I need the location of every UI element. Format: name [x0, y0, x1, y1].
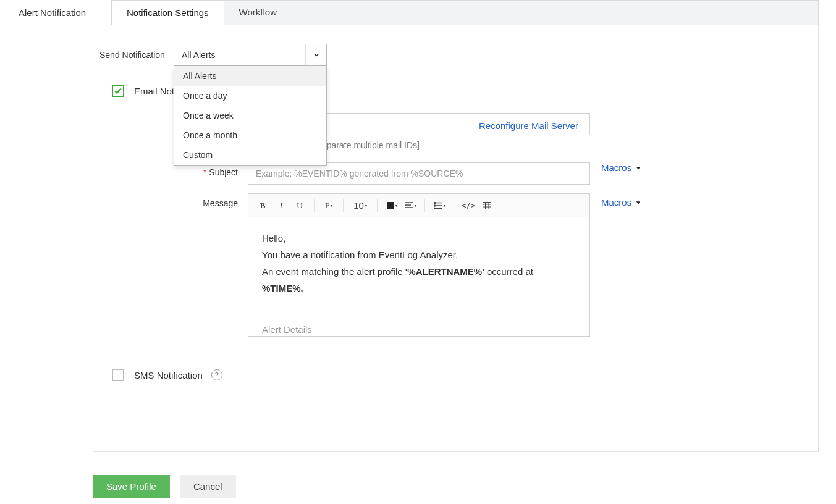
dropdown-option[interactable]: Once a day — [174, 86, 326, 106]
settings-panel: Send Notification All Alerts All Alerts … — [93, 25, 819, 452]
message-line1: You have a notification from EventLog An… — [262, 246, 576, 263]
list-icon[interactable]: ▾ — [431, 198, 447, 214]
message-macros-button[interactable]: Macros — [601, 197, 641, 208]
page-title: Alert Notification — [19, 7, 86, 18]
font-size-picker[interactable]: 10▾ — [350, 198, 371, 214]
subject-macros-button[interactable]: Macros — [601, 162, 641, 173]
message-label: Message — [112, 193, 248, 208]
code-icon[interactable]: </> — [460, 198, 476, 214]
subject-input[interactable] — [248, 162, 590, 185]
help-icon[interactable]: ? — [211, 369, 222, 380]
sms-notification-row: SMS Notification ? — [112, 369, 800, 381]
dropdown-option[interactable]: Once a week — [174, 106, 326, 125]
dropdown-option[interactable]: Once a month — [174, 125, 326, 145]
sms-notification-label: SMS Notification — [134, 370, 203, 380]
message-line3: %TIME%. — [262, 280, 576, 296]
separator — [377, 199, 378, 212]
send-notification-value: All Alerts — [182, 50, 215, 60]
tab-strip: Notification Settings Workflow — [111, 0, 819, 25]
underline-icon[interactable]: U — [292, 198, 308, 214]
message-cutoff: Alert Details — [262, 321, 576, 336]
chevron-down-icon[interactable] — [305, 44, 326, 65]
dropdown-option[interactable]: Custom — [174, 145, 326, 165]
bold-icon[interactable]: B — [255, 198, 271, 214]
message-body[interactable]: Hello, You have a notification from Even… — [248, 217, 589, 336]
message-line2: An event matching the alert profile '%AL… — [262, 263, 576, 280]
message-editor: B I U F▾ 10▾ ▾ ▾ ▾ — [248, 193, 590, 337]
send-notification-select[interactable]: All Alerts All Alerts Once a day Once a … — [174, 44, 327, 66]
send-notification-dropdown: All Alerts Once a day Once a week Once a… — [174, 66, 327, 166]
font-family-icon[interactable]: F▾ — [321, 198, 337, 214]
svg-marker-15 — [636, 201, 641, 204]
sms-notification-checkbox[interactable] — [112, 369, 124, 381]
separator — [454, 199, 454, 212]
align-icon[interactable]: ▾ — [402, 198, 418, 214]
svg-marker-0 — [636, 167, 641, 169]
to-hint: [Use comma to separate multiple mail IDs… — [257, 140, 800, 150]
editor-toolbar: B I U F▾ 10▾ ▾ ▾ ▾ — [248, 194, 589, 217]
svg-point-4 — [434, 202, 435, 203]
separator — [424, 199, 425, 212]
footer-actions: Save Profile Cancel — [93, 475, 236, 498]
save-profile-button[interactable]: Save Profile — [93, 475, 170, 498]
table-icon[interactable] — [479, 198, 495, 214]
cancel-button[interactable]: Cancel — [180, 475, 236, 498]
separator — [314, 199, 315, 212]
italic-icon[interactable]: I — [273, 198, 289, 214]
dropdown-option[interactable]: All Alerts — [174, 66, 326, 86]
text-color-icon[interactable]: ▾ — [384, 198, 400, 214]
message-greeting: Hello, — [262, 230, 576, 246]
send-notification-label: Send Notification — [99, 50, 174, 60]
reconfigure-mail-server-link[interactable]: Reconfigure Mail Server — [479, 120, 578, 131]
tab-notification-settings[interactable]: Notification Settings — [112, 1, 224, 25]
svg-point-6 — [434, 205, 435, 206]
tab-workflow[interactable]: Workflow — [224, 1, 292, 25]
separator — [343, 199, 344, 212]
email-notification-checkbox[interactable] — [112, 85, 124, 97]
svg-rect-10 — [483, 202, 491, 209]
svg-point-8 — [434, 208, 435, 209]
